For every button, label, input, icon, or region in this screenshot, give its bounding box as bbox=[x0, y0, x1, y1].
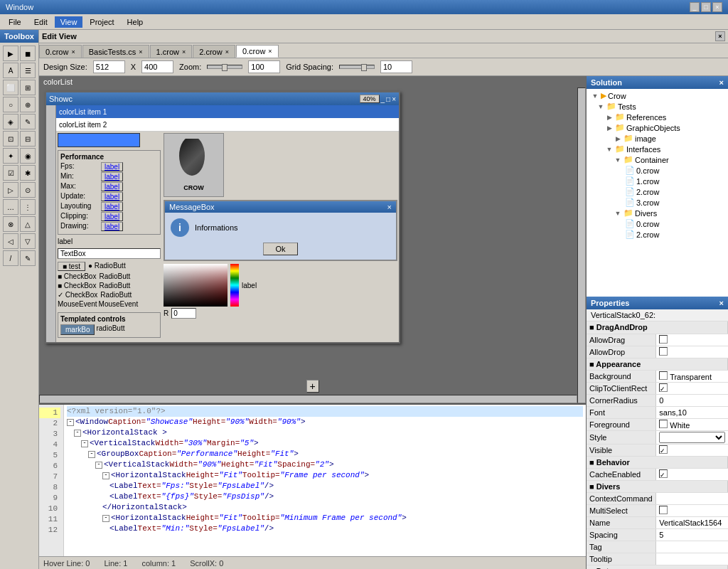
maximize-button[interactable]: □ bbox=[701, 2, 711, 12]
tree-container-0crow[interactable]: 📄 0.crow bbox=[587, 165, 728, 176]
toolbox-btn-play[interactable]: ▷ bbox=[3, 182, 18, 198]
expand-5[interactable]: - bbox=[88, 451, 95, 458]
msgbox-close[interactable]: × bbox=[387, 203, 392, 211]
close-button[interactable]: × bbox=[712, 2, 722, 12]
toolbox-btn-check[interactable]: ☑ bbox=[3, 165, 18, 181]
showcase-titlebar[interactable]: Showc 40% _ □ × bbox=[46, 92, 399, 105]
menu-help[interactable]: Help bbox=[122, 16, 149, 28]
expand-4[interactable]: - bbox=[81, 440, 88, 447]
inner-scrollbar-v[interactable] bbox=[46, 105, 56, 342]
properties-table-container[interactable]: ■ DragAndDrop AllowDrag AllowDrop bbox=[587, 321, 728, 569]
design-canvas[interactable]: Showc 40% _ □ × bbox=[39, 87, 586, 403]
design-height-input[interactable] bbox=[141, 60, 173, 73]
toolbox-btn-sq2[interactable]: ⊟ bbox=[20, 131, 36, 147]
toolbox-btn-circle[interactable]: ○ bbox=[3, 97, 18, 112]
xml-content-area[interactable]: <?xml version="1.0"?> -<Window Caption="… bbox=[64, 405, 586, 556]
color-gradient-area[interactable] bbox=[164, 264, 228, 307]
tests-toggle[interactable]: ▼ bbox=[596, 103, 605, 110]
design-width-input[interactable] bbox=[93, 60, 125, 73]
solution-tree[interactable]: ▼ ▶ Crow ▼ 📁 Tests bbox=[587, 89, 728, 297]
canvas-scrollbar-h[interactable] bbox=[39, 395, 577, 403]
radio-4[interactable]: RadioButt bbox=[100, 291, 132, 299]
tree-image[interactable]: ▶ 📁 image bbox=[587, 133, 728, 144]
color-r-input[interactable] bbox=[171, 308, 196, 319]
layouting-label-btn[interactable]: label bbox=[101, 202, 123, 211]
toolbox-btn-down[interactable]: ▽ bbox=[20, 233, 36, 249]
toolbox-btn-misc[interactable]: ✱ bbox=[20, 165, 36, 181]
tab-close-2[interactable]: × bbox=[182, 48, 186, 55]
toolbox-btn-dots1[interactable]: … bbox=[3, 199, 18, 215]
interfaces-toggle[interactable]: ▼ bbox=[605, 146, 614, 153]
references-toggle[interactable]: ▶ bbox=[605, 114, 614, 121]
clipping-label-btn[interactable]: label bbox=[101, 212, 123, 221]
tab-close-3[interactable]: × bbox=[225, 48, 229, 55]
mouse-event-2[interactable]: MouseEvent bbox=[99, 300, 139, 308]
zoom-value-input[interactable] bbox=[248, 60, 280, 73]
tree-divers-2crow[interactable]: 📄 2.crow bbox=[587, 229, 728, 240]
list-item-1[interactable]: colorList item 1 bbox=[56, 105, 399, 118]
update-label-btn[interactable]: label bbox=[101, 192, 123, 201]
background-checkbox[interactable] bbox=[659, 371, 668, 380]
edit-view-close[interactable]: × bbox=[715, 31, 725, 41]
menu-file[interactable]: File bbox=[3, 16, 27, 28]
contextcommand-input[interactable] bbox=[659, 494, 724, 503]
style-select[interactable] bbox=[659, 432, 724, 443]
grid-slider[interactable] bbox=[339, 65, 375, 69]
toolbox-btn-radio[interactable]: ◉ bbox=[20, 148, 36, 164]
divers-toggle[interactable]: ▼ bbox=[614, 210, 622, 217]
multiselect-checkbox[interactable] bbox=[659, 506, 668, 514]
showcase-min[interactable]: _ bbox=[381, 95, 385, 103]
toolbox-btn-tri[interactable]: △ bbox=[20, 216, 36, 232]
check-3[interactable]: ✓ CheckBox bbox=[58, 291, 97, 299]
tree-container-2crow[interactable]: 📄 2.crow bbox=[587, 186, 728, 197]
expand-2[interactable]: - bbox=[67, 419, 74, 426]
visible-checkbox[interactable] bbox=[659, 445, 668, 454]
toolbox-btn-dots2[interactable]: ⋮ bbox=[20, 199, 36, 215]
min-label-btn[interactable]: label bbox=[101, 172, 123, 181]
radio-2[interactable]: RadioButt bbox=[99, 272, 130, 280]
drawing-label-btn[interactable]: label bbox=[101, 222, 123, 231]
tab-close-4[interactable]: × bbox=[268, 48, 272, 55]
allowdrag-checkbox[interactable] bbox=[659, 335, 668, 344]
toolbox-btn-sq1[interactable]: ⊡ bbox=[3, 131, 18, 147]
tree-crow[interactable]: ▼ ▶ Crow bbox=[587, 90, 728, 101]
tree-container-1crow[interactable]: 📄 1.crow bbox=[587, 176, 728, 186]
tab-close-1[interactable]: × bbox=[139, 48, 142, 55]
check-2[interactable]: ■ CheckBox bbox=[58, 282, 96, 289]
showcase-close[interactable]: × bbox=[392, 95, 396, 103]
menu-edit[interactable]: Edit bbox=[28, 16, 53, 28]
toolbox-btn-arrow[interactable]: ▶ bbox=[3, 46, 18, 61]
name-input[interactable] bbox=[659, 519, 724, 527]
toolbox-btn-plus[interactable]: ⊕ bbox=[20, 97, 36, 112]
tab-0crow-1[interactable]: 0.crow × bbox=[39, 45, 82, 58]
zoom-slider[interactable] bbox=[207, 65, 242, 69]
tooltip-input[interactable] bbox=[659, 555, 724, 563]
mouse-event-1[interactable]: MouseEvent bbox=[58, 300, 97, 308]
solution-close[interactable]: × bbox=[719, 78, 724, 87]
menu-view[interactable]: View bbox=[55, 16, 83, 28]
toolbox-btn-left[interactable]: ◁ bbox=[3, 233, 18, 249]
showcase-max[interactable]: □ bbox=[386, 95, 390, 103]
grid-value-input[interactable] bbox=[380, 60, 412, 73]
container-toggle[interactable]: ▼ bbox=[614, 156, 622, 164]
fps-label-btn[interactable]: label bbox=[101, 162, 123, 171]
expand-6[interactable]: - bbox=[95, 462, 102, 469]
image-toggle[interactable]: ▶ bbox=[614, 135, 622, 142]
tag-input[interactable] bbox=[659, 543, 724, 551]
tree-interfaces[interactable]: ▼ 📁 Interfaces bbox=[587, 144, 728, 154]
expand-7[interactable]: - bbox=[102, 472, 109, 479]
cliptoclientrect-checkbox[interactable] bbox=[659, 383, 668, 392]
check-1[interactable]: ■ CheckBox bbox=[58, 272, 96, 280]
tree-tests[interactable]: ▼ 📁 Tests bbox=[587, 101, 728, 112]
properties-close[interactable]: × bbox=[719, 299, 724, 307]
font-input[interactable] bbox=[659, 408, 724, 417]
max-label-btn[interactable]: label bbox=[101, 182, 123, 191]
add-element-button[interactable]: + bbox=[306, 380, 319, 393]
expand-11[interactable]: - bbox=[102, 515, 109, 522]
crow-toggle[interactable]: ▼ bbox=[591, 92, 599, 100]
graphicobjects-toggle[interactable]: ▶ bbox=[605, 124, 614, 132]
list-item-2[interactable]: colorList item 2 bbox=[56, 118, 399, 131]
toolbox-btn-edit[interactable]: ✎ bbox=[20, 250, 36, 266]
msgbox-ok-button[interactable]: Ok bbox=[263, 243, 297, 255]
toolbox-btn-select[interactable]: ◼ bbox=[20, 46, 36, 61]
